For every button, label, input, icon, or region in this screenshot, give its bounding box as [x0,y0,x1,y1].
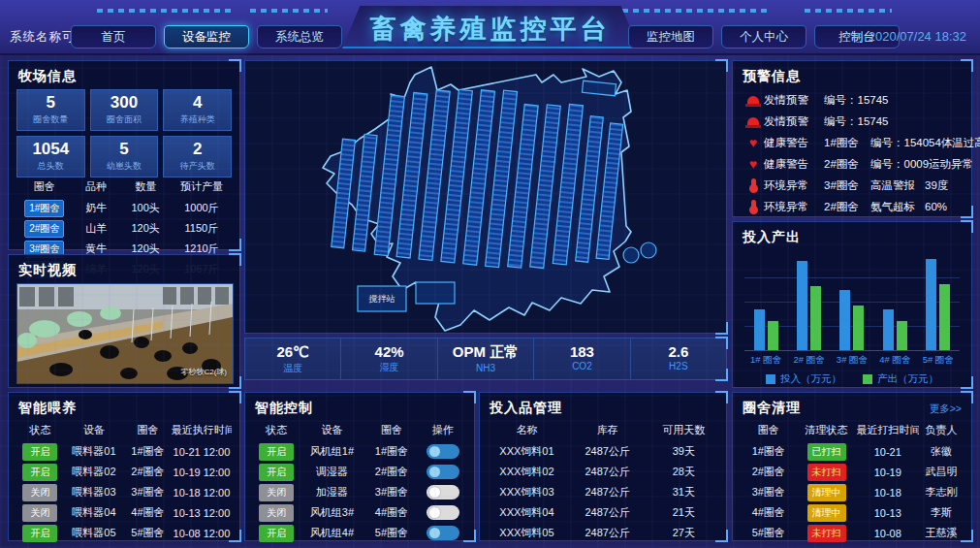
farm-map[interactable]: 搅拌站 [245,61,726,333]
storage-tank [623,247,639,263]
legend-swatch-input [766,374,775,384]
pen-cleaning-title: 圈舍清理 [733,393,810,421]
alert-item: ♥健康警告2#圈舍编号：0009运动异常乱撞 [733,153,971,175]
farm-info-title: 牧场信息 [9,61,239,89]
stat-total-head: 1054总头数 [16,136,85,177]
farm-stats-grid: 5圈舍数量 300圈舍面积 4养殖种类 1054总头数 5幼崽头数 2待产头数 [9,89,239,177]
table-row: XXX饲料052487公斤27天 [488,523,718,543]
env-nh3: OPM 正常NH3 [438,338,534,379]
io-chart-xlabels: 1# 圈舍2# 圈舍3# 圈舍4# 圈舍5# 圈舍 [744,354,960,367]
cleaning-status-badge: 未打扫 [807,525,846,542]
bar [797,261,807,350]
alert-item: 环境异常2#圈舍氨气超标60% [733,196,971,217]
io-chart: 1# 圈舍2# 圈舍3# 圈舍4# 圈舍5# 圈舍 投入（万元） 产出（万元） [733,254,971,386]
table-row: 开启风机组4#5#圈舍 [253,523,466,543]
panel-farm-map: 搅拌站 [244,60,727,334]
bar [939,284,950,350]
bar [883,309,894,350]
x-tick-label: 4# 圈舍 [879,354,910,367]
io-chart-plot [744,254,960,351]
cleaning-table-header: 圈舍清理状态最近打扫时间负责人 [741,423,964,441]
clock-icon: ◷ [852,29,863,44]
table-row: 2#圈舍未打扫10-19武昌明 [741,462,964,482]
bar [897,321,907,350]
x-tick-label: 5# 圈舍 [923,354,954,367]
stat-pen-count: 5圈舍数量 [16,89,85,131]
control-table: 状态设备圈舍操作 开启风机组1#1#圈舍 开启调湿器2#圈舍 关闭加湿器3#圈舍… [245,421,474,543]
table-row: 关闭喂料器033#圈舍10-18 12:00 [16,482,232,502]
toggle-knob [429,446,440,457]
toggle-switch[interactable] [427,465,459,479]
panel-alerts: 预警信息 发情预警编号：15745 发情预警编号：15745 ♥健康警告1#圈舍… [732,60,972,217]
heartbeat-icon: ♥ [749,156,757,172]
table-row: 关闭喂料器044#圈舍10-13 12:00 [16,502,232,523]
table-row: 3#圈舍清理中10-18李志刚 [741,482,964,502]
tab-monitor-map[interactable]: 监控地图 [628,25,713,48]
pen-badge: 1#圈舍 [24,200,64,217]
status-badge: 开启 [259,443,294,461]
x-tick-label: 3# 圈舍 [837,354,868,367]
table-row: 开启喂料器055#圈舍10-08 12:00 [16,523,232,543]
siren-icon [747,117,759,126]
status-badge: 开启 [22,525,57,542]
panel-live-video: 实时视频 [8,254,240,388]
status-badge: 开启 [259,525,294,542]
env-co2: 183CO2 [534,338,630,379]
cleaning-status-badge: 已打扫 [807,443,846,461]
panel-smart-feeding: 智能喂养 状态设备圈舍最近执行时间 开启喂料器011#圈舍10-21 12:00… [8,392,240,541]
toggle-switch[interactable] [427,444,459,459]
status-badge: 关闭 [22,484,57,501]
bar-group [797,254,821,350]
stat-breed-kinds: 4养殖种类 [163,89,232,131]
toggle-switch[interactable] [427,505,459,520]
stat-young-head: 5幼崽头数 [90,136,159,177]
toggle-knob [429,467,440,477]
table-row: 开启风机组1#1#圈舍 [253,441,466,462]
status-badge: 开启 [22,464,57,481]
bar-group [839,254,864,350]
smart-control-title: 智能控制 [245,393,474,421]
table-row: 1#圈舍奶牛100头1000斤 [16,198,232,218]
toggle-switch[interactable] [427,526,459,540]
toggle-switch[interactable] [427,485,459,500]
stat-pregnant-head: 2待产头数 [163,136,232,177]
legend-item-input: 投入（万元） [766,372,841,386]
alert-item: 发情预警编号：15745 [733,89,971,111]
env-stats-bar: 26℃温度 42%湿度 OPM 正常NH3 183CO2 2.6H2S [244,338,727,380]
bar-group [926,254,950,350]
env-humidity: 42%湿度 [341,338,437,379]
alert-item: 环境异常3#圈舍高温警报39度 [733,175,971,196]
status-badge: 关闭 [22,504,57,522]
bar [839,290,850,350]
thermometer-icon [751,178,756,190]
input-management-title: 投入品管理 [480,393,726,421]
alert-item: ♥健康警告1#圈舍编号：154054体温过高39度 [733,132,971,153]
status-badge: 关闭 [259,484,294,501]
table-row: XXX饲料022487公斤28天 [488,462,718,482]
toggle-knob [429,528,440,538]
video-player[interactable]: 零秒牧C2(球) [16,283,234,384]
feeding-table: 状态设备圈舍最近执行时间 开启喂料器011#圈舍10-21 12:00 开启喂料… [9,421,239,543]
status-badge: 关闭 [259,504,294,522]
heartbeat-icon: ♥ [749,135,757,150]
table-row: 4#圈舍清理中10-13李斯 [741,502,964,523]
mixing-station: 搅拌站 [358,286,406,311]
table-row: 关闭风机组3#4#圈舍 [253,502,466,523]
siren-icon [747,96,759,105]
tab-personal-center[interactable]: 个人中心 [721,25,806,48]
bar-group [754,254,778,350]
table-row: XXX饲料012487公斤39天 [488,441,718,462]
alert-item: 发情预警编号：15745 [733,111,971,132]
bar-group [883,254,907,350]
x-tick-label: 2# 圈舍 [793,354,824,367]
io-chart-legend: 投入（万元） 产出（万元） [744,372,960,386]
datetime-display: ◷2020/07/24 18:32 [852,29,966,44]
cleaning-status-badge: 未打扫 [807,464,846,481]
toggle-knob [429,507,440,518]
more-link[interactable]: 更多>> [920,396,971,416]
bar [926,259,936,350]
farm-table-header: 圈舍品种数量预计产量 [16,179,232,198]
legend-item-output: 产出（万元） [863,372,938,386]
cleaning-table: 圈舍清理状态最近打扫时间负责人 1#圈舍已打扫10-21张徽 2#圈舍未打扫10… [733,421,971,543]
input-table-header: 名称库存可用天数 [488,423,718,441]
